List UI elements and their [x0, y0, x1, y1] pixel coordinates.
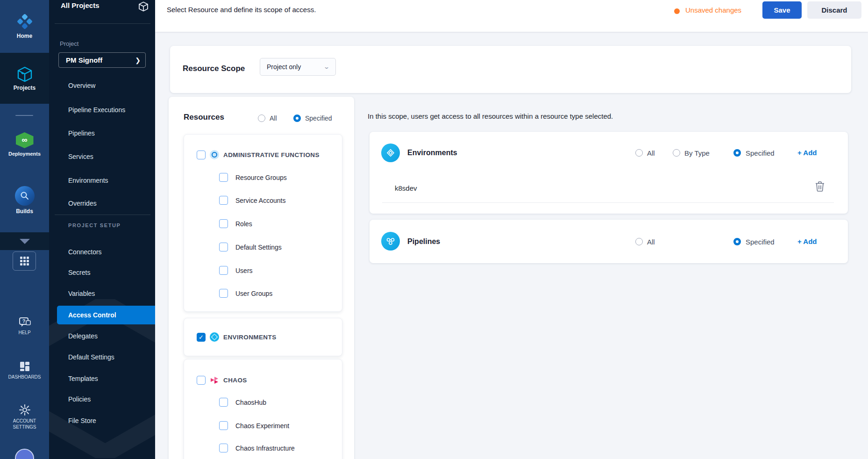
project-label: Project: [60, 40, 78, 47]
scope-info-text: In this scope, users get access to all r…: [368, 112, 613, 120]
rail-item-builds[interactable]: Builds: [0, 186, 49, 219]
home-icon: [15, 12, 34, 31]
pipelines-resource-card: Pipelines All Specified + Add: [370, 220, 848, 263]
project-cube-icon[interactable]: [138, 1, 149, 12]
resource-scope-dropdown[interactable]: Project only ⌄: [260, 58, 336, 76]
sidebar-item-connectors[interactable]: Connectors: [49, 241, 155, 263]
sidebar-item-delegates[interactable]: Delegates: [49, 325, 155, 347]
rail-label-home: Home: [17, 33, 32, 39]
chevron-down-icon: [20, 239, 30, 244]
label-chaoshub: ChaosHub: [235, 399, 266, 406]
pipe-radio-specified-label[interactable]: Specified: [746, 238, 775, 246]
env-radio-all[interactable]: [635, 149, 643, 157]
label-chaos-experiment: Chaos Experiment: [235, 422, 289, 430]
rail-label-dashboards: DASHBOARDS: [8, 374, 41, 380]
resources-radio-specified[interactable]: [293, 115, 301, 122]
gear-icon: [19, 404, 31, 416]
sidebar-item-services[interactable]: Services: [49, 146, 155, 167]
save-button[interactable]: Save: [762, 1, 802, 19]
sidebar-item-overrides[interactable]: Overrides: [49, 193, 155, 214]
label-service-accounts: Service Accounts: [235, 197, 285, 204]
builds-icon: [15, 186, 35, 206]
sidebar-item-default-settings[interactable]: Default Settings: [49, 346, 155, 368]
dashboards-icon: [19, 361, 30, 372]
rail-item-help[interactable]: ? HELP: [0, 317, 49, 340]
pipe-add-button[interactable]: + Add: [797, 237, 817, 245]
rail-collapse-button[interactable]: [0, 232, 49, 250]
environments-card-title: Environments: [407, 149, 457, 157]
label-user-groups: User Groups: [235, 290, 272, 297]
checkbox-roles[interactable]: [219, 219, 228, 228]
help-icon: ?: [19, 317, 31, 328]
page-title: Select Resource and define its scope of …: [167, 6, 316, 14]
main-area: Select Resource and define its scope of …: [155, 0, 868, 459]
grid-icon: [20, 257, 29, 265]
rail-item-projects[interactable]: Projects: [0, 53, 49, 104]
rail-item-dashboards[interactable]: DASHBOARDS: [0, 361, 49, 385]
checkbox-users[interactable]: [219, 266, 228, 275]
env-radio-all-label[interactable]: All: [647, 149, 655, 157]
projects-icon: [16, 65, 34, 83]
page-header: Select Resource and define its scope of …: [155, 0, 868, 32]
env-radio-by-type[interactable]: [673, 149, 680, 157]
rail-item-home[interactable]: Home: [0, 0, 49, 51]
checkbox-chaoshub[interactable]: [219, 398, 228, 407]
all-projects-link[interactable]: All Projects: [61, 1, 100, 9]
resources-radio-all[interactable]: [258, 115, 265, 122]
sidebar-item-overview[interactable]: Overview: [49, 75, 155, 96]
resource-scope-value: Project only: [267, 63, 301, 71]
sidebar-item-pipelines[interactable]: Pipelines: [49, 122, 155, 144]
environments-small-icon: [210, 332, 219, 342]
env-item-divider: [382, 202, 834, 203]
sidebar-item-file-store[interactable]: File Store: [49, 410, 155, 431]
delete-icon[interactable]: [815, 181, 825, 192]
checkbox-environments[interactable]: ✓: [197, 333, 206, 342]
rail-label-projects: Projects: [14, 85, 36, 91]
pipelines-card-title: Pipelines: [407, 237, 440, 246]
pipe-radio-all[interactable]: [635, 238, 643, 245]
env-radio-specified-label[interactable]: Specified: [746, 149, 775, 157]
env-radio-specified[interactable]: [733, 149, 741, 157]
pipe-radio-specified[interactable]: [733, 238, 741, 245]
svg-text:?: ?: [22, 318, 25, 324]
sidebar-item-templates[interactable]: Templates: [49, 368, 155, 389]
module-picker-button[interactable]: [13, 251, 36, 271]
sidebar-item-variables[interactable]: Variables: [49, 283, 155, 304]
resources-radio-all-label[interactable]: All: [270, 115, 277, 122]
sidebar-item-pipeline-executions[interactable]: Pipeline Executions: [49, 99, 155, 121]
sidebar-divider: [55, 23, 150, 24]
section-project-setup: PROJECT SETUP: [68, 222, 121, 228]
rail-item-account-settings[interactable]: ACCOUNT SETTINGS: [0, 404, 49, 432]
chaos-icon: [210, 375, 219, 385]
rail-label-help: HELP: [18, 330, 30, 335]
checkbox-service-accounts[interactable]: [219, 196, 228, 205]
rail-label-deployments: Deployments: [8, 151, 41, 157]
discard-button[interactable]: Discard: [807, 1, 861, 19]
pipe-radio-all-label[interactable]: All: [647, 238, 655, 246]
label-chaos-infrastructure: Chaos Infrastructure: [235, 445, 295, 452]
rail-item-deployments[interactable]: ∞ Deployments: [0, 132, 49, 161]
checkbox-chaos-experiment[interactable]: [219, 421, 228, 430]
project-name: PM Signoff: [66, 56, 102, 64]
project-sidebar: All Projects Project PM Signoff ❯ Overvi…: [49, 0, 155, 459]
resources-radio-specified-label[interactable]: Specified: [305, 115, 332, 122]
chevron-right-icon: ❯: [135, 57, 141, 64]
checkbox-administrative-functions[interactable]: [197, 151, 206, 159]
checkbox-user-groups[interactable]: [219, 289, 228, 298]
checkbox-default-settings[interactable]: [219, 243, 228, 251]
sidebar-item-access-control[interactable]: Access Control: [57, 306, 155, 324]
env-add-button[interactable]: + Add: [797, 149, 817, 157]
checkbox-resource-groups[interactable]: [219, 173, 228, 182]
env-radio-by-type-label[interactable]: By Type: [684, 149, 710, 157]
group-name: ENVIRONMENTS: [223, 334, 277, 341]
user-avatar[interactable]: [15, 449, 34, 459]
checkbox-chaos[interactable]: [197, 376, 206, 385]
environments-icon: [381, 143, 400, 162]
dropdown-chevron-icon: ⌄: [323, 64, 330, 70]
resources-title: Resources: [184, 113, 224, 122]
sidebar-item-environments[interactable]: Environments: [49, 170, 155, 191]
project-selector[interactable]: PM Signoff ❯: [58, 52, 146, 68]
sidebar-item-policies[interactable]: Policies: [49, 388, 155, 410]
checkbox-chaos-infrastructure[interactable]: [219, 444, 228, 452]
sidebar-item-secrets[interactable]: Secrets: [49, 262, 155, 283]
